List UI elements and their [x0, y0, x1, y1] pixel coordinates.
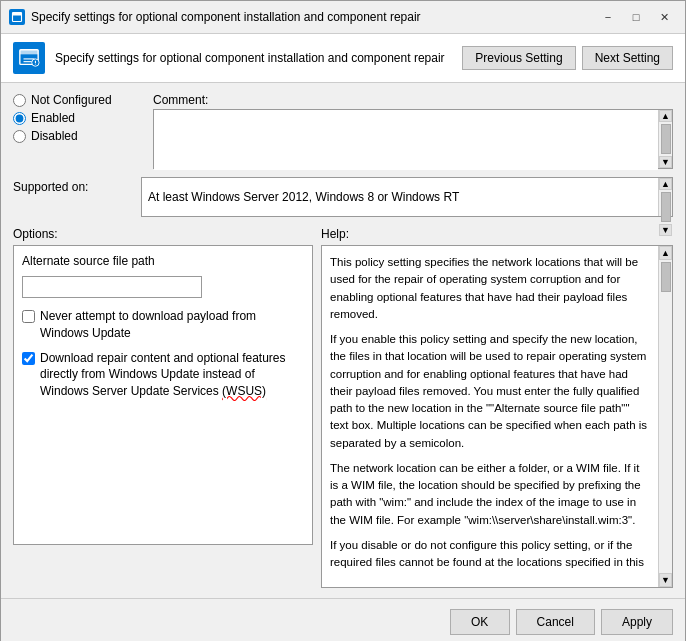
not-configured-option[interactable]: Not Configured	[13, 93, 133, 107]
enabled-radio[interactable]	[13, 112, 26, 125]
supported-section: Supported on: At least Windows Server 20…	[13, 177, 673, 217]
help-paragraph-3: The network location can be either a fol…	[330, 460, 650, 529]
content-area: Not Configured Enabled Disabled Comment:	[1, 83, 685, 598]
svg-point-8	[35, 63, 36, 64]
comment-scroll-down[interactable]: ▼	[659, 156, 672, 168]
disabled-option[interactable]: Disabled	[13, 129, 133, 143]
help-panel: Help: This policy setting specifies the …	[321, 227, 673, 588]
comment-scroll-thumb	[659, 122, 672, 156]
alternate-source-input[interactable]	[22, 276, 202, 298]
supported-scrollbar[interactable]: ▲ ▼	[658, 178, 672, 216]
help-scroll-up[interactable]: ▲	[659, 246, 672, 260]
help-scroll-thumb-inner	[661, 262, 671, 292]
cancel-button[interactable]: Cancel	[516, 609, 595, 635]
options-panel: Options: Alternate source file path Neve…	[13, 227, 313, 588]
help-scrollbar[interactable]: ▲ ▼	[658, 246, 672, 587]
title-bar-controls: − □ ✕	[595, 7, 677, 27]
maximize-button[interactable]: □	[623, 7, 649, 27]
title-bar: Specify settings for optional component …	[1, 1, 685, 34]
radio-group: Not Configured Enabled Disabled	[13, 93, 133, 143]
help-paragraph-2: If you enable this policy setting and sp…	[330, 331, 650, 452]
help-header: Help:	[321, 227, 673, 241]
help-paragraph-4: If you disable or do not configure this …	[330, 537, 650, 572]
download-from-wu-option[interactable]: Download repair content and optional fea…	[22, 350, 304, 400]
supported-scroll-thumb-inner	[661, 192, 671, 222]
wsus-text: (WSUS)	[222, 384, 266, 398]
enabled-label: Enabled	[31, 111, 75, 125]
header-section: Specify settings for optional component …	[1, 34, 685, 83]
options-box-title: Alternate source file path	[22, 254, 304, 268]
download-from-wu-label: Download repair content and optional fea…	[40, 350, 304, 400]
minimize-button[interactable]: −	[595, 7, 621, 27]
panels-row: Options: Alternate source file path Neve…	[13, 227, 673, 588]
help-scroll-thumb	[659, 260, 672, 573]
dialog-icon	[9, 9, 25, 25]
enabled-option[interactable]: Enabled	[13, 111, 133, 125]
comment-scroll-thumb-inner	[661, 124, 671, 154]
never-download-checkbox[interactable]	[22, 310, 35, 323]
help-box-container: This policy setting specifies the networ…	[321, 245, 673, 588]
options-header: Options:	[13, 227, 313, 241]
comment-section: Comment: ▲ ▼	[153, 93, 673, 169]
comment-label: Comment:	[153, 93, 673, 107]
supported-value-container: At least Windows Server 2012, Windows 8 …	[141, 177, 673, 217]
not-configured-radio[interactable]	[13, 94, 26, 107]
header-title: Specify settings for optional component …	[55, 51, 452, 65]
supported-scroll-up[interactable]: ▲	[659, 178, 672, 190]
supported-scroll-thumb	[659, 190, 672, 224]
header-icon	[13, 42, 45, 74]
supported-label: Supported on:	[13, 177, 133, 194]
help-scroll-down[interactable]: ▼	[659, 573, 672, 587]
comment-scrollbar[interactable]: ▲ ▼	[658, 110, 672, 168]
disabled-radio[interactable]	[13, 130, 26, 143]
comment-box-container: ▲ ▼	[153, 109, 673, 169]
supported-value: At least Windows Server 2012, Windows 8 …	[142, 178, 658, 216]
ok-button[interactable]: OK	[450, 609, 510, 635]
title-bar-text: Specify settings for optional component …	[31, 10, 589, 24]
never-download-option[interactable]: Never attempt to download payload from W…	[22, 308, 304, 342]
svg-rect-3	[20, 50, 38, 55]
help-text-area: This policy setting specifies the networ…	[322, 246, 658, 587]
close-button[interactable]: ✕	[651, 7, 677, 27]
bottom-bar: OK Cancel Apply	[1, 598, 685, 641]
never-download-label: Never attempt to download payload from W…	[40, 308, 304, 342]
comment-textarea[interactable]	[154, 110, 658, 170]
help-paragraph-1: This policy setting specifies the networ…	[330, 254, 650, 323]
apply-button[interactable]: Apply	[601, 609, 673, 635]
header-buttons: Previous Setting Next Setting	[462, 46, 673, 70]
not-configured-label: Not Configured	[31, 93, 112, 107]
disabled-label: Disabled	[31, 129, 78, 143]
previous-setting-button[interactable]: Previous Setting	[462, 46, 575, 70]
svg-rect-1	[13, 13, 22, 16]
options-box: Alternate source file path Never attempt…	[13, 245, 313, 545]
download-from-wu-checkbox[interactable]	[22, 352, 35, 365]
dialog-window: Specify settings for optional component …	[0, 0, 686, 641]
next-setting-button[interactable]: Next Setting	[582, 46, 673, 70]
comment-scroll-up[interactable]: ▲	[659, 110, 672, 122]
